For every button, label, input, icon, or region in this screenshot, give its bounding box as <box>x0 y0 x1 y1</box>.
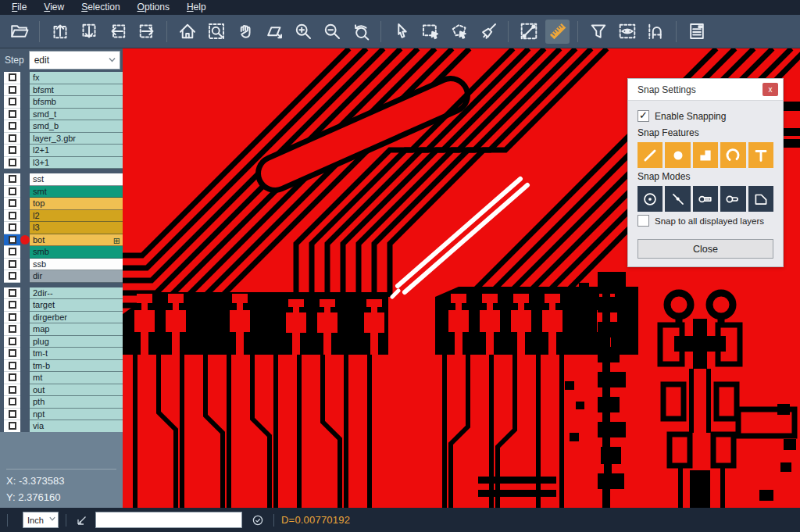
snap-all-layers-checkbox[interactable] <box>638 215 649 227</box>
open-folder-icon[interactable] <box>7 20 31 44</box>
layer-row-tm-b[interactable]: tm-b <box>4 360 123 373</box>
layer-visibility-checkbox[interactable] <box>4 299 20 312</box>
pan-hand-icon[interactable] <box>233 20 257 44</box>
layer-visibility-checkbox[interactable] <box>4 96 20 109</box>
layer-visibility-checkbox[interactable] <box>4 173 20 186</box>
select-poly-icon[interactable] <box>447 20 471 44</box>
layer-visibility-checkbox[interactable] <box>4 246 20 259</box>
layer-visibility-checkbox[interactable] <box>4 360 20 373</box>
zoom-previous-icon[interactable] <box>348 20 373 44</box>
layer-row-top[interactable]: top <box>4 198 123 210</box>
center-snap-icon[interactable] <box>638 186 662 212</box>
layer-visibility-checkbox[interactable] <box>4 198 20 210</box>
layer-row-sst[interactable]: sst <box>4 173 123 186</box>
layer-row-npt[interactable]: npt <box>4 409 123 421</box>
menu-help[interactable]: Help <box>178 0 215 15</box>
step-select[interactable]: edit <box>29 51 120 70</box>
ruler-icon[interactable] <box>545 20 570 44</box>
menu-file[interactable]: File <box>3 0 35 15</box>
home-icon[interactable] <box>175 20 199 44</box>
slot-center-snap-icon[interactable] <box>720 186 745 212</box>
layer-row-smt[interactable]: smt <box>4 186 123 198</box>
layer-row-l2[interactable]: l2 <box>4 210 123 223</box>
angle-measure-icon[interactable] <box>73 512 91 529</box>
layer-row-bfsmb[interactable]: bfsmb <box>4 96 123 109</box>
zoom-in-icon[interactable] <box>291 20 315 44</box>
layer-visibility-checkbox[interactable] <box>4 323 20 336</box>
report-icon[interactable] <box>684 20 709 44</box>
pan-down-icon[interactable] <box>77 20 101 44</box>
arc-snap-icon[interactable] <box>720 142 745 168</box>
layer-row-dirgerber[interactable]: dirgerber <box>4 312 123 324</box>
layer-row-pth[interactable]: pth <box>4 396 123 409</box>
corner-snap-icon[interactable] <box>748 186 773 212</box>
pad-snap-icon[interactable] <box>665 142 690 168</box>
layer-row-map[interactable]: map <box>4 323 123 336</box>
layer-visibility-checkbox[interactable] <box>4 222 20 234</box>
layer-visibility-checkbox[interactable] <box>4 396 20 409</box>
layer-row-plug[interactable]: plug <box>4 336 123 348</box>
snap-icon[interactable] <box>644 20 668 44</box>
select-arrow-icon[interactable] <box>389 20 413 44</box>
layer-row-bot[interactable]: bot⊞ <box>4 234 123 247</box>
layer-row-fx[interactable]: fx <box>4 72 123 84</box>
layer-row-l3+1[interactable]: l3+1 <box>4 157 123 170</box>
layer-visibility-checkbox[interactable] <box>4 84 20 97</box>
zoom-object-icon[interactable] <box>262 20 286 44</box>
layer-visibility-checkbox[interactable] <box>4 109 20 121</box>
layer-row-bfsmt[interactable]: bfsmt <box>4 84 123 97</box>
layer-visibility-checkbox[interactable] <box>4 157 20 170</box>
pan-up-icon[interactable] <box>48 20 72 44</box>
enable-snapping-checkbox[interactable] <box>638 110 649 122</box>
layer-row-out[interactable]: out <box>4 384 123 397</box>
menu-view[interactable]: View <box>35 0 73 15</box>
layer-visibility-checkbox[interactable] <box>4 72 20 84</box>
close-icon[interactable]: x <box>762 83 778 96</box>
menu-selection[interactable]: Selection <box>73 0 128 15</box>
unit-select[interactable]: Inch <box>23 512 59 528</box>
layer-row-l3[interactable]: l3 <box>4 222 123 234</box>
layer-row-2dir--[interactable]: 2dir-- <box>4 287 123 300</box>
slot-end-snap-icon[interactable] <box>693 186 718 212</box>
zoom-area-icon[interactable] <box>204 20 228 44</box>
layer-row-tm-t[interactable]: tm-t <box>4 348 123 360</box>
layer-row-smb[interactable]: smb <box>4 246 123 259</box>
layer-row-smd_b[interactable]: smd_b <box>4 120 123 133</box>
point-snap-icon[interactable] <box>665 186 690 212</box>
zoom-out-icon[interactable] <box>320 20 344 44</box>
close-button[interactable]: Close <box>638 239 773 259</box>
layer-visibility-checkbox[interactable] <box>4 287 20 300</box>
pan-right-icon[interactable] <box>134 20 159 44</box>
layer-visibility-checkbox[interactable] <box>4 312 20 324</box>
layer-visibility-checkbox[interactable] <box>4 145 20 157</box>
layer-visibility-checkbox[interactable] <box>4 420 20 433</box>
measure-line-icon[interactable] <box>516 20 541 44</box>
view-options-icon[interactable] <box>615 20 639 44</box>
select-rect-icon[interactable] <box>418 20 442 44</box>
layer-row-ssb[interactable]: ssb <box>4 259 123 271</box>
layer-row-l2+1[interactable]: l2+1 <box>4 145 123 157</box>
layer-visibility-checkbox[interactable] <box>4 133 20 145</box>
layer-visibility-checkbox[interactable] <box>4 384 20 397</box>
filter-icon[interactable] <box>586 20 610 44</box>
pcb-canvas[interactable]: Snap Settings x Enable Snapping Snap Fea… <box>123 48 800 508</box>
snap-dialog-titlebar[interactable]: Snap Settings x <box>628 79 783 101</box>
text-snap-icon[interactable] <box>748 142 773 168</box>
layer-visibility-checkbox[interactable] <box>4 270 20 283</box>
layer-row-via[interactable]: via <box>4 420 123 433</box>
layer-visibility-checkbox[interactable] <box>4 120 20 133</box>
layer-visibility-checkbox[interactable] <box>4 259 20 271</box>
layer-visibility-checkbox[interactable] <box>4 210 20 223</box>
layer-visibility-checkbox[interactable] <box>4 409 20 421</box>
menu-options[interactable]: Options <box>129 0 178 15</box>
line-snap-icon[interactable] <box>638 142 662 168</box>
layer-row-smd_t[interactable]: smd_t <box>4 109 123 121</box>
layer-visibility-checkbox[interactable] <box>4 234 20 247</box>
pan-left-icon[interactable] <box>105 20 130 44</box>
brush-icon[interactable] <box>476 20 500 44</box>
layer-row-layer_3.gbr[interactable]: layer_3.gbr <box>4 133 123 145</box>
layer-visibility-checkbox[interactable] <box>4 348 20 360</box>
measure-input[interactable] <box>95 512 242 528</box>
refresh-check-icon[interactable] <box>249 512 266 529</box>
layer-row-target[interactable]: target <box>4 299 123 312</box>
